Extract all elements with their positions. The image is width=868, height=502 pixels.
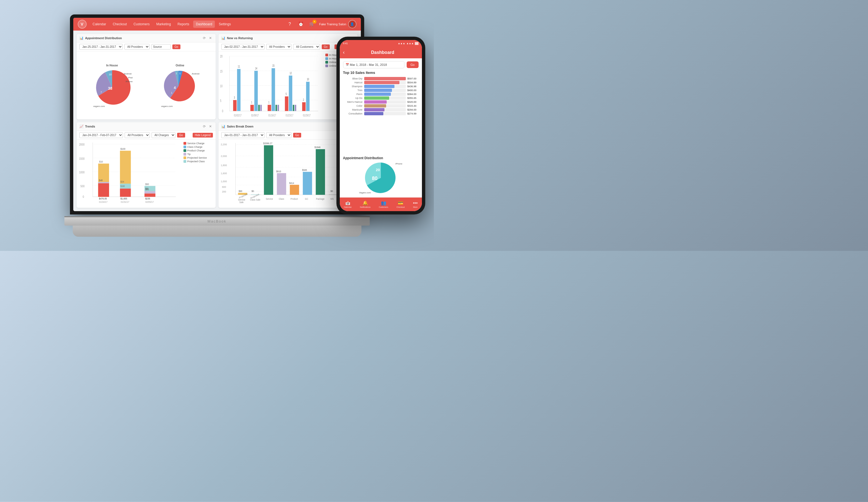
online-pie-label-android: Android [192,72,199,75]
appt-dist-controls: Jan-25-2017 - Jan-31-2017 All Providers … [76,42,216,51]
trends-close-icon[interactable]: ✕ [208,124,213,129]
svg-rect-110 [277,173,286,195]
svg-text:$160: $160 [121,185,125,188]
nvr-header: 📊 New vs Returning ⟳ ✕ [218,34,358,42]
nav-dashboard[interactable]: Dashboard [193,21,215,28]
svg-text:0: 0 [82,195,84,198]
svg-text:4: 4 [174,86,176,90]
svg-text:01/02/17: 01/02/17 [234,114,241,117]
svg-rect-36 [289,75,292,111]
help-icon[interactable]: ? [286,20,294,28]
svg-rect-113 [290,185,299,195]
phone-tab-notifications[interactable]: 🔔 Notifications [360,200,371,208]
trends-legend: Service Charge Class Charge Product Char… [181,141,215,207]
svg-text:$476.05: $476.05 [99,197,106,200]
alarm-icon[interactable]: ⏰ [297,20,305,28]
more-tab-icon: ••• [413,201,418,205]
bar-shampoo: Shampoo $436.98 [343,85,418,88]
bar-trim: Trim $400.00 [343,89,418,92]
svg-text:Class Sale: Class Sale [250,199,260,201]
legend-dot-online-ret [325,64,328,67]
legend-service-charge: Service Charge [184,142,213,145]
nav-marketing[interactable]: Marketing [154,21,174,28]
sales-go[interactable]: Go [293,133,301,138]
nav-logo[interactable]: V [78,20,86,29]
nvr-go[interactable]: Go [322,44,330,49]
phone-tab-checkout[interactable]: 💳 Checkout [396,200,405,208]
laptop-bottom [73,225,361,237]
phone-status-icons: ▲▲▲ ▲▲▲ ▓▓ [398,42,418,45]
svg-text:01/29/17: 01/29/17 [303,114,311,117]
svg-text:38: 38 [108,86,112,91]
svg-text:5: 5 [286,92,287,96]
phone-go-btn[interactable]: Go [407,61,418,68]
phone-tab-customers[interactable]: 👥 Customers [379,200,388,208]
trends-go[interactable]: Go [177,133,185,138]
sales-provider[interactable]: All Providers [266,132,291,138]
trends-chart: 2000 1500 1000 500 0 [78,141,181,207]
trends-hide-legend[interactable]: Hide Legend [193,133,213,138]
trends-provider[interactable]: All Providers [125,132,150,138]
svg-text:2,200: 2,200 [221,143,227,145]
nav-user[interactable]: Fake Training Salon 👤 [319,20,356,28]
trends-refresh-icon[interactable]: ⟳ [202,124,207,129]
svg-rect-20 [237,69,240,111]
nav-reports[interactable]: Reports [175,21,192,28]
svg-rect-66 [120,151,131,184]
phone: 9:41 ▲▲▲ ▲▲▲ ▓▓ ‹ Dashboard 📅 Mar 1, 201 [337,37,425,214]
legend-dot-product [184,149,186,152]
svg-text:Product: Product [290,198,298,200]
svg-rect-27 [260,105,261,111]
svg-text:15: 15 [220,69,223,73]
svg-rect-26 [258,105,260,111]
nav-customers[interactable]: Customers [131,21,152,28]
legend-dot-class [184,145,186,148]
pie-label-vagaro: vagaro.com [93,105,105,108]
nav-calendar[interactable]: Calendar [90,21,109,28]
nav-checkout[interactable]: Checkout [110,21,130,28]
svg-text:01/24/17: 01/24/17 [99,200,107,203]
svg-text:$945: $945 [302,169,307,171]
phone-appt-pie: 80 20 iPhone Vagaro.com [359,161,403,194]
svg-text:0: 0 [222,109,223,113]
legend-dot-online-new [325,61,328,64]
svg-text:$0: $0 [251,190,254,192]
svg-rect-34 [285,97,288,111]
phone-tab-calendar[interactable]: 📅 Calendar [344,200,351,208]
legend-dot-in-house-ret [325,57,328,60]
svg-rect-18 [233,100,236,111]
close-icon[interactable]: ✕ [208,36,213,41]
svg-text:$1,655: $1,655 [121,197,127,200]
online-pie-label-vagaro: vagaro.com [161,105,173,108]
phone-tab-more[interactable]: ••• More [413,201,418,208]
appt-dist-provider[interactable]: All Providers [124,44,149,50]
svg-text:MS: MS [330,198,334,200]
trends-date[interactable]: Jan-24-2017 - Feb-07-2017 [79,132,123,138]
svg-text:Service: Service [238,199,245,201]
appt-dist-source[interactable] [151,44,171,49]
svg-text:1: 1 [268,101,269,104]
back-button[interactable]: ‹ [343,49,345,55]
laptop-screen: V Calendar Checkout Customers Marketing … [73,18,361,211]
appt-dist-date[interactable]: Jan-25-2017 - Jan-31-2017 [79,44,123,50]
nvr-provider[interactable]: All Providers [266,44,291,50]
legend-tip: Tip [184,153,213,155]
nvr-date[interactable]: Jan-02-2017 - Jan-31-2017 [221,44,265,50]
refresh-icon[interactable]: ⟳ [202,36,207,41]
trends-charge[interactable]: All Charges [152,132,175,138]
nvr-customer[interactable]: All Customers [293,44,320,50]
pie-label-iphone: iPhone [126,80,133,83]
nav-settings[interactable]: Settings [216,21,234,28]
svg-text:7: 7 [101,91,102,94]
in-house-pie: 38 7 10 vagaro.com Android iPad iPhone [93,68,132,107]
phone-screen: 9:41 ▲▲▲ ▲▲▲ ▓▓ ‹ Dashboard 📅 Mar 1, 201 [340,40,422,211]
svg-text:20: 20 [220,54,223,58]
sales-date[interactable]: Jan-01-2017 - Jan-31-2017 [221,132,265,138]
svg-rect-22 [250,105,254,111]
phone-date-input[interactable]: 📅 Mar 1, 2018 - Mar 31, 2018 [343,61,404,68]
phone-pie-vagaro-label: Vagaro.com [359,191,371,194]
user-name: Fake Training Salon [319,22,347,26]
cart-icon[interactable]: 🛒 4 [308,20,316,28]
appt-dist-go[interactable]: Go [172,44,180,49]
notifications-tab-icon: 🔔 [362,200,368,205]
